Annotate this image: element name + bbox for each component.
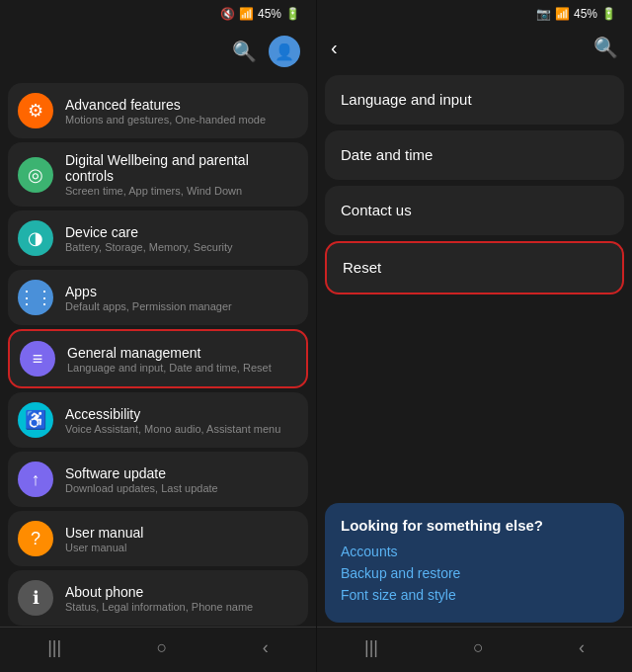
left-menu-item-apps[interactable]: ⋮⋮ Apps Default apps, Permission manager (8, 270, 308, 325)
right-signal-icon: 📶 (555, 7, 570, 21)
menu-label-general-management: General management (67, 345, 272, 361)
menu-label-accessibility: Accessibility (65, 406, 280, 422)
right-bottom-nav: ||| ○ ‹ (317, 627, 632, 672)
menu-sublabel-device-care: Battery, Storage, Memory, Security (65, 241, 233, 253)
menu-label-user-manual: User manual (65, 525, 143, 541)
left-menu-item-software-update[interactable]: ↑ Software update Download updates, Last… (8, 452, 308, 507)
suggestion-link-0[interactable]: Accounts (341, 544, 608, 559)
right-menu-list: Language and inputDate and timeContact u… (317, 71, 632, 497)
menu-label-software-update: Software update (65, 465, 218, 481)
right-menu-item-contact-us[interactable]: Contact us (325, 186, 624, 235)
menu-text-accessibility: Accessibility Voice Assistant, Mono audi… (65, 406, 280, 435)
menu-icon-accessibility: ♿ (18, 402, 53, 438)
right-panel: 📷 📶 45% 🔋 ‹ 🔍 Language and inputDate and… (316, 0, 632, 672)
menu-text-device-care: Device care Battery, Storage, Memory, Se… (65, 224, 233, 253)
left-mute-icon: 🔇 (220, 7, 235, 21)
menu-icon-symbol-software-update: ↑ (32, 469, 40, 490)
menu-icon-symbol-advanced-features: ⚙ (28, 100, 43, 122)
left-signal-icon: 📶 (239, 7, 254, 21)
right-menu-item-language-input[interactable]: Language and input (325, 75, 624, 125)
right-battery-text: 45% (574, 7, 597, 21)
left-header-icons: 🔍 👤 (232, 36, 300, 67)
left-status-icons: 🔇 📶 45% 🔋 (220, 7, 300, 21)
menu-sublabel-digital-wellbeing: Screen time, App timers, Wind Down (65, 185, 298, 197)
suggestion-link-1[interactable]: Backup and restore (341, 565, 608, 581)
left-bottom-nav: ||| ○ ‹ (0, 627, 316, 672)
left-nav-recent[interactable]: ||| (47, 637, 61, 658)
menu-sublabel-general-management: Language and input, Date and time, Reset (67, 362, 272, 374)
left-header: 🔍 👤 (0, 28, 316, 79)
menu-icon-about-phone: ℹ (18, 580, 53, 616)
menu-icon-device-care: ◑ (18, 220, 53, 256)
right-nav-back[interactable]: ‹ (579, 637, 585, 658)
menu-icon-digital-wellbeing: ◎ (18, 157, 53, 193)
menu-sublabel-about-phone: Status, Legal information, Phone name (65, 601, 253, 613)
left-menu-item-user-manual[interactable]: ? User manual User manual (8, 511, 308, 566)
left-panel: 🔇 📶 45% 🔋 🔍 👤 ⚙ Advanced features Motion… (0, 0, 316, 672)
menu-text-about-phone: About phone Status, Legal information, P… (65, 584, 253, 613)
suggestion-box: Looking for something else? AccountsBack… (325, 503, 624, 623)
menu-text-digital-wellbeing: Digital Wellbeing and parental controls … (65, 152, 298, 197)
left-status-bar: 🔇 📶 45% 🔋 (0, 0, 316, 28)
right-search-button[interactable]: 🔍 (593, 36, 618, 59)
menu-icon-apps: ⋮⋮ (18, 280, 53, 315)
menu-sublabel-apps: Default apps, Permission manager (65, 300, 232, 312)
menu-icon-symbol-user-manual: ? (31, 529, 40, 549)
right-item-label-language-input: Language and input (341, 91, 472, 108)
menu-text-general-management: General management Language and input, D… (67, 345, 272, 374)
menu-icon-user-manual: ? (18, 521, 53, 556)
right-camera-icon: 📷 (536, 7, 551, 21)
menu-text-software-update: Software update Download updates, Last u… (65, 465, 218, 494)
left-menu-item-general-management[interactable]: ≡ General management Language and input,… (8, 329, 308, 388)
menu-icon-symbol-general-management: ≡ (33, 349, 43, 370)
menu-text-user-manual: User manual User manual (65, 525, 143, 553)
right-status-bar: 📷 📶 45% 🔋 (317, 0, 632, 28)
left-battery-text: 45% (258, 7, 281, 21)
menu-label-about-phone: About phone (65, 584, 253, 600)
menu-sublabel-advanced-features: Motions and gestures, One-handed mode (65, 114, 266, 126)
left-menu-item-accessibility[interactable]: ♿ Accessibility Voice Assistant, Mono au… (8, 392, 308, 448)
menu-text-apps: Apps Default apps, Permission manager (65, 284, 232, 312)
right-item-label-contact-us: Contact us (341, 202, 412, 218)
right-item-label-date-time: Date and time (341, 146, 433, 163)
left-nav-back[interactable]: ‹ (263, 637, 269, 658)
back-button[interactable]: ‹ (331, 37, 338, 59)
right-menu-item-reset[interactable]: Reset (325, 241, 624, 294)
menu-label-device-care: Device care (65, 224, 233, 240)
left-menu-item-about-phone[interactable]: ℹ About phone Status, Legal information,… (8, 570, 308, 626)
menu-text-advanced-features: Advanced features Motions and gestures, … (65, 97, 266, 126)
left-nav-home[interactable]: ○ (157, 637, 168, 658)
menu-label-advanced-features: Advanced features (65, 97, 266, 113)
left-menu-item-advanced-features[interactable]: ⚙ Advanced features Motions and gestures… (8, 83, 308, 138)
suggestion-link-2[interactable]: Font size and style (341, 587, 608, 603)
avatar-icon: 👤 (275, 42, 294, 61)
menu-sublabel-software-update: Download updates, Last update (65, 482, 218, 494)
menu-icon-software-update: ↑ (18, 462, 53, 497)
right-nav-home[interactable]: ○ (473, 637, 484, 658)
left-menu-item-digital-wellbeing[interactable]: ◎ Digital Wellbeing and parental control… (8, 142, 308, 207)
avatar[interactable]: 👤 (269, 36, 300, 67)
left-menu-list: ⚙ Advanced features Motions and gestures… (0, 79, 316, 627)
left-menu-item-device-care[interactable]: ◑ Device care Battery, Storage, Memory, … (8, 210, 308, 266)
menu-icon-symbol-digital-wellbeing: ◎ (28, 164, 43, 186)
left-battery-icon: 🔋 (285, 7, 300, 21)
right-header: ‹ 🔍 (317, 28, 632, 71)
menu-sublabel-accessibility: Voice Assistant, Mono audio, Assistant m… (65, 423, 280, 435)
menu-icon-symbol-apps: ⋮⋮ (18, 287, 53, 308)
menu-sublabel-user-manual: User manual (65, 542, 143, 553)
menu-icon-symbol-about-phone: ℹ (33, 587, 40, 609)
menu-icon-symbol-device-care: ◑ (28, 227, 43, 249)
menu-icon-symbol-accessibility: ♿ (25, 409, 46, 431)
menu-icon-general-management: ≡ (20, 341, 55, 377)
right-item-label-reset: Reset (343, 259, 381, 276)
right-battery-icon: 🔋 (601, 7, 616, 21)
menu-icon-advanced-features: ⚙ (18, 93, 53, 128)
suggestion-title: Looking for something else? (341, 517, 608, 534)
menu-label-apps: Apps (65, 284, 232, 299)
left-search-button[interactable]: 🔍 (232, 40, 257, 63)
right-menu-item-date-time[interactable]: Date and time (325, 130, 624, 180)
right-nav-recent[interactable]: ||| (364, 637, 378, 658)
right-status-icons: 📷 📶 45% 🔋 (536, 7, 616, 21)
menu-label-digital-wellbeing: Digital Wellbeing and parental controls (65, 152, 298, 184)
